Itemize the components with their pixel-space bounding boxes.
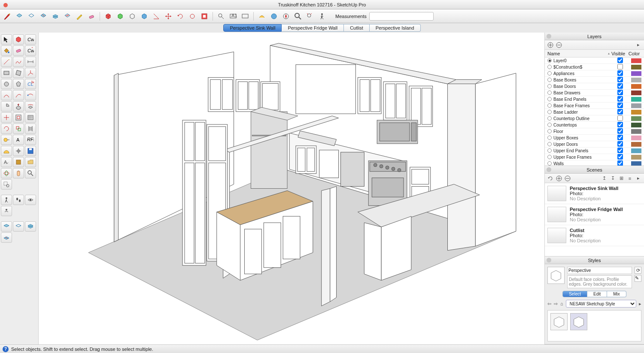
cw-icon[interactable]: Cw — [25, 34, 36, 45]
layer-color-swatch[interactable] — [631, 136, 641, 140]
layer-row[interactable]: Upper Face Frames — [545, 154, 644, 160]
model-viewport[interactable] — [39, 33, 544, 344]
scene-item[interactable]: Perspective Fridge WallPhoto:No Descript… — [545, 204, 644, 225]
layer-visible[interactable] — [611, 128, 629, 135]
orbit-tool-icon[interactable] — [1, 168, 12, 178]
tape-tool-icon[interactable] — [1, 135, 12, 145]
refresh-style-icon[interactable]: ⟳ — [635, 267, 641, 274]
cube-blue-icon[interactable] — [140, 12, 149, 21]
angle-icon[interactable] — [152, 12, 161, 21]
cube-wire-icon[interactable] — [128, 12, 137, 21]
remove-layer-icon[interactable] — [556, 42, 562, 48]
layer-radio[interactable] — [547, 91, 552, 95]
layer-row[interactable]: Upper Doors — [545, 141, 644, 148]
scene-view-icon[interactable]: ⊞ — [618, 175, 624, 181]
layer-row[interactable]: Base Doors — [545, 83, 644, 90]
stack2-icon[interactable] — [25, 221, 36, 232]
layer-radio[interactable] — [547, 116, 552, 121]
layer-color-swatch[interactable] — [631, 148, 641, 153]
layer-visible[interactable] — [611, 148, 629, 154]
measurements-input[interactable] — [369, 12, 434, 21]
style-name-input[interactable] — [567, 267, 632, 274]
follow-me-icon[interactable] — [25, 101, 36, 112]
layer-row[interactable]: Base Drawers — [545, 90, 644, 96]
style-swatch[interactable] — [570, 313, 587, 330]
style-tab-select[interactable]: Select — [562, 291, 587, 297]
arc3-tool-icon[interactable] — [25, 90, 36, 100]
rotate-icon[interactable] — [176, 12, 185, 21]
layer-row[interactable]: Base Ladder — [545, 109, 644, 115]
scene-item[interactable]: Perspective Sink WallPhoto:No Descriptio… — [545, 183, 644, 204]
style-tab-edit[interactable]: Edit — [587, 291, 607, 297]
layer-color-swatch[interactable] — [631, 71, 641, 76]
component-browser-icon[interactable] — [13, 34, 24, 45]
stack3-icon[interactable] — [1, 232, 12, 243]
style-thumb[interactable] — [547, 267, 565, 284]
layer-visible[interactable] — [611, 83, 629, 90]
cube-green-icon[interactable] — [115, 12, 125, 21]
sync-icon[interactable] — [188, 12, 197, 21]
offset-tool-icon[interactable] — [13, 112, 24, 123]
layer-visible[interactable] — [611, 96, 629, 103]
cl-r-icon[interactable]: CLR — [25, 79, 36, 89]
close-icon[interactable] — [547, 167, 551, 172]
3d-text-icon[interactable]: A — [1, 157, 12, 167]
close-icon[interactable] — [547, 258, 551, 262]
scene-down-icon[interactable]: ↧ — [610, 175, 616, 181]
refresh-scene-icon[interactable] — [547, 175, 553, 181]
search-icon[interactable] — [216, 12, 226, 21]
layer-visible[interactable] — [611, 57, 629, 64]
walk-icon[interactable] — [317, 12, 327, 21]
layer-row[interactable]: Layer0 — [545, 57, 644, 64]
layer-radio[interactable] — [547, 129, 552, 133]
layer-row[interactable]: Countertop Outline — [545, 115, 644, 122]
hatch-icon[interactable] — [63, 12, 72, 21]
layer-radio[interactable] — [547, 97, 552, 101]
ladder-icon[interactable] — [25, 124, 36, 134]
zoom-window-icon[interactable] — [1, 179, 12, 190]
compass-icon[interactable] — [281, 12, 291, 21]
layer-visible[interactable] — [611, 109, 629, 115]
scale-tool-icon[interactable] — [13, 124, 24, 134]
dimension-icon[interactable] — [25, 57, 36, 67]
layer-radio[interactable] — [547, 123, 552, 127]
nav-fwd-icon[interactable]: ⇨ — [554, 301, 558, 307]
scene-item[interactable]: CutlistPhoto:No Description — [545, 225, 644, 246]
outline-rectangle-icon[interactable] — [27, 12, 36, 21]
layer-visible[interactable] — [611, 122, 629, 128]
layer-row[interactable]: Upper Boxes — [545, 135, 644, 141]
layer-radio[interactable] — [547, 148, 552, 153]
nav-home-icon[interactable]: ⌂ — [560, 301, 563, 306]
layer-color-swatch[interactable] — [631, 91, 641, 95]
surface-icon[interactable] — [257, 12, 267, 21]
globe-icon[interactable] — [269, 12, 279, 21]
rectangle-icon[interactable] — [15, 12, 24, 21]
layer-visible[interactable] — [611, 90, 629, 96]
layer-color-swatch[interactable] — [631, 103, 641, 108]
layer-visible[interactable] — [611, 160, 629, 166]
eraser-icon[interactable] — [87, 12, 96, 21]
layer-row[interactable]: Base Boxes — [545, 77, 644, 83]
shape-plane-icon[interactable] — [1, 221, 12, 232]
layer-row[interactable]: Floor — [545, 128, 644, 135]
folder-icon[interactable] — [25, 157, 36, 167]
hatch-tool-icon[interactable] — [25, 112, 36, 123]
axes-icon[interactable] — [25, 68, 36, 78]
layer-color-swatch[interactable] — [631, 78, 641, 82]
layer-radio[interactable] — [547, 110, 552, 114]
layer-row[interactable]: Countertops — [545, 122, 644, 128]
arc-tool-icon[interactable] — [1, 90, 12, 100]
tab-fridge-wall[interactable]: Perspective Fridge Wall — [282, 24, 344, 32]
layer-color-swatch[interactable] — [631, 58, 641, 63]
zoom-icon[interactable] — [293, 12, 303, 21]
layer-radio[interactable] — [547, 103, 552, 108]
add-scene-icon[interactable] — [556, 175, 562, 181]
zoom-tool-icon[interactable] — [25, 168, 36, 178]
cw-star-icon[interactable]: Cw* — [25, 45, 36, 56]
layer-radio[interactable] — [547, 65, 552, 69]
layer-radio[interactable] — [547, 136, 552, 140]
layer-color-swatch[interactable] — [631, 161, 641, 166]
eye-icon[interactable] — [25, 195, 36, 205]
scene-up-icon[interactable]: ↥ — [601, 175, 607, 181]
rotated-rect-icon[interactable] — [39, 12, 48, 21]
